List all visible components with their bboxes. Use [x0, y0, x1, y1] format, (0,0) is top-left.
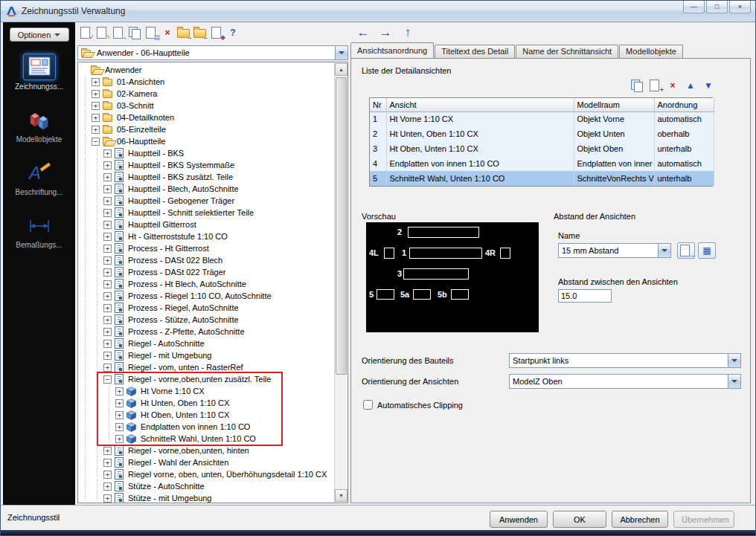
- new-view-icon[interactable]: +: [647, 78, 662, 93]
- sidebar-item-zeichnungsstil[interactable]: Zeichnungss...: [3, 54, 75, 91]
- tree-expander-icon[interactable]: +: [103, 245, 112, 253]
- tab-name-der-schnittansicht[interactable]: Name der Schnittansicht: [516, 45, 618, 58]
- detail-view-row[interactable]: 1 Ht Vorne 1:10 CX Objekt Vorne automati…: [370, 112, 714, 126]
- distance-input[interactable]: [558, 289, 612, 303]
- tree-expander-icon[interactable]: +: [115, 411, 124, 419]
- copy-view-icon[interactable]: [630, 78, 644, 93]
- abbrechen-button[interactable]: Abbrechen: [612, 511, 668, 528]
- automatic-clipping-checkbox[interactable]: [363, 400, 373, 410]
- tree-expander-icon[interactable]: +: [103, 304, 112, 312]
- delete-view-icon[interactable]: ×: [665, 78, 680, 93]
- tree-expander-icon[interactable]: +: [103, 149, 112, 158]
- combo-dropdown-button[interactable]: [728, 375, 740, 388]
- options-button[interactable]: Optionen: [10, 28, 69, 42]
- tree-expander-icon[interactable]: +: [103, 173, 112, 181]
- tree-item[interactable]: + Ht - Gitterroststufe 1:10 CO: [80, 230, 334, 242]
- up-icon[interactable]: ↑: [400, 25, 415, 39]
- ok-button[interactable]: OK: [553, 511, 606, 528]
- tree-item[interactable]: + Riegel - vorne,oben,unten, hinten: [80, 445, 334, 456]
- tree-item[interactable]: + 01-Ansichten: [80, 76, 334, 88]
- tree-expander-icon[interactable]: −: [103, 375, 112, 384]
- tree-item[interactable]: + Prozess - Z-Pfette, AutoSchnitte: [80, 326, 334, 338]
- tree-expander-icon[interactable]: +: [115, 435, 124, 443]
- tree-item[interactable]: + Ht Oben, Unten 1:10 CX: [80, 409, 334, 421]
- tree-item[interactable]: + Prozess - DASt 022 Träger: [80, 266, 334, 278]
- tree-expander-icon[interactable]: +: [103, 161, 112, 169]
- copy-style-icon[interactable]: [127, 25, 142, 40]
- tree-item[interactable]: + Riegel - vom, unten - RasterRef: [80, 361, 334, 373]
- tree-expander-icon[interactable]: +: [103, 197, 112, 205]
- tree-item[interactable]: + Hauptteil - Gebogener Träger: [80, 195, 334, 207]
- move-view-up-icon[interactable]: ▲: [683, 78, 698, 93]
- back-icon[interactable]: ←: [356, 25, 371, 39]
- import-folder-icon[interactable]: →: [176, 25, 191, 40]
- tree-item[interactable]: + Process - Ht Gitterrost: [80, 242, 334, 254]
- tree-item[interactable]: + 04-Detailknoten: [80, 112, 334, 123]
- edit-style-icon[interactable]: ✎: [94, 25, 109, 40]
- scroll-down-icon[interactable]: ▼: [335, 489, 347, 502]
- tree-item[interactable]: + Hauptteil - BKS Systemmaße: [80, 159, 334, 171]
- detail-view-row[interactable]: 3 Ht Oben, Unten 1:10 CX Objekt Oben unt…: [370, 141, 714, 156]
- tree-item[interactable]: − 06-Hauptteile: [80, 135, 334, 147]
- sidebar-item-bemassung[interactable]: Bemaßungs...: [3, 212, 75, 249]
- move-view-down-icon[interactable]: ▼: [701, 78, 716, 93]
- tree-expander-icon[interactable]: +: [103, 459, 112, 467]
- tree-item[interactable]: + SchnitteR Wahl, Unten 1:10 CO: [80, 433, 334, 445]
- tree-item[interactable]: + Riegel - AutoSchnitte: [80, 338, 334, 349]
- minimize-button[interactable]: —: [683, 1, 705, 13]
- tree-expander-icon[interactable]: +: [103, 233, 112, 241]
- tree-item[interactable]: + Prozess - Ht Blech, AutoSchnitte: [80, 278, 334, 290]
- style-path-combo[interactable]: Anwender - 06-Hauptteile: [77, 45, 348, 60]
- tree-item[interactable]: + Prozess - DASt 022 Blech: [80, 254, 334, 266]
- column-header-modellraum[interactable]: Modellraum: [574, 98, 654, 112]
- spacing-name-combo[interactable]: 15 mm Abstand: [558, 243, 671, 258]
- tree-expander-icon[interactable]: +: [92, 102, 100, 110]
- scrollbar-thumb[interactable]: [336, 77, 347, 375]
- style-database-icon[interactable]: ◆: [209, 25, 224, 40]
- tree-item[interactable]: + 03-Schnitt: [80, 100, 334, 112]
- tree-expander-icon[interactable]: +: [103, 316, 112, 324]
- sidebar-item-modellobjekte[interactable]: Modellobjekte: [3, 106, 75, 143]
- tree-expander-icon[interactable]: +: [103, 352, 112, 360]
- tree-item[interactable]: − Riegel - vorne,oben,unten zusätzl. Tei…: [80, 373, 334, 385]
- tab-titeltext-des-detail[interactable]: Titeltext des Detail: [435, 45, 515, 58]
- tree-expander-icon[interactable]: +: [103, 185, 112, 193]
- column-header-anordnung[interactable]: Anordnung: [654, 98, 714, 112]
- tree-expander-icon[interactable]: +: [103, 494, 112, 503]
- titlebar[interactable]: Zeichnungsstil Verwaltung — □ ×: [1, 1, 755, 22]
- tree-item[interactable]: + Hauptteil Gitterrost: [80, 219, 334, 230]
- tree-item[interactable]: + Hauptteil - Schnitt selektierter Teile: [80, 207, 334, 219]
- help-icon[interactable]: ?: [225, 25, 240, 40]
- delete-style-icon[interactable]: ×: [160, 25, 175, 40]
- sidebar-item-beschriftung[interactable]: A Beschriftung...: [3, 159, 75, 196]
- tree-item[interactable]: + Stütze - AutoSchnitte: [80, 480, 334, 492]
- tree-expander-icon[interactable]: +: [92, 114, 100, 122]
- tree-expander-icon[interactable]: +: [103, 209, 112, 217]
- views-orientation-combo[interactable]: ModelZ Oben: [509, 374, 741, 389]
- anwenden-button[interactable]: Anwenden: [490, 511, 548, 528]
- detail-view-row[interactable]: 5 SchnitteR Wahl, Unten 1:10 CO Schnitte…: [370, 171, 714, 186]
- tree-item[interactable]: + Prozess - Stütze, AutoSchnitte: [80, 314, 334, 326]
- close-button[interactable]: ×: [729, 1, 751, 13]
- tree-item[interactable]: + Ht Vorne 1:10 CX: [80, 385, 334, 397]
- tree-item[interactable]: Anwender: [80, 64, 334, 76]
- distance-table-icon[interactable]: ▦: [698, 242, 716, 259]
- tree-expander-icon[interactable]: +: [103, 221, 112, 229]
- tree-expander-icon[interactable]: +: [103, 256, 112, 265]
- validate-style-icon[interactable]: ✓: [78, 25, 93, 40]
- tree-item[interactable]: + Riegel - Wahl der Ansichten: [80, 456, 334, 468]
- paste-style-icon[interactable]: ▤: [144, 25, 158, 40]
- tree-expander-icon[interactable]: +: [115, 423, 124, 431]
- tree-item[interactable]: + Prozess - Riegel, AutoSchnitte: [80, 302, 334, 314]
- tab-modellobjekte[interactable]: Modellobjekte: [619, 45, 683, 58]
- tree-expander-icon[interactable]: +: [103, 292, 112, 300]
- tree-item[interactable]: + Stütze - mit Umgebung: [80, 492, 334, 503]
- tree-item[interactable]: + 05-Einzelteile: [80, 123, 334, 135]
- combo-dropdown-button[interactable]: [658, 244, 670, 257]
- tree-scrollbar[interactable]: ▲ ▼: [334, 63, 347, 502]
- detail-view-row[interactable]: 4 Endplatten von innen 1:10 CO Endplatte…: [370, 156, 714, 171]
- tree-item[interactable]: + Riegel - mit Umgebung: [80, 349, 334, 361]
- column-header-nr[interactable]: Nr: [370, 98, 386, 112]
- tree-expander-icon[interactable]: +: [92, 78, 100, 86]
- tree-expander-icon[interactable]: +: [115, 387, 124, 395]
